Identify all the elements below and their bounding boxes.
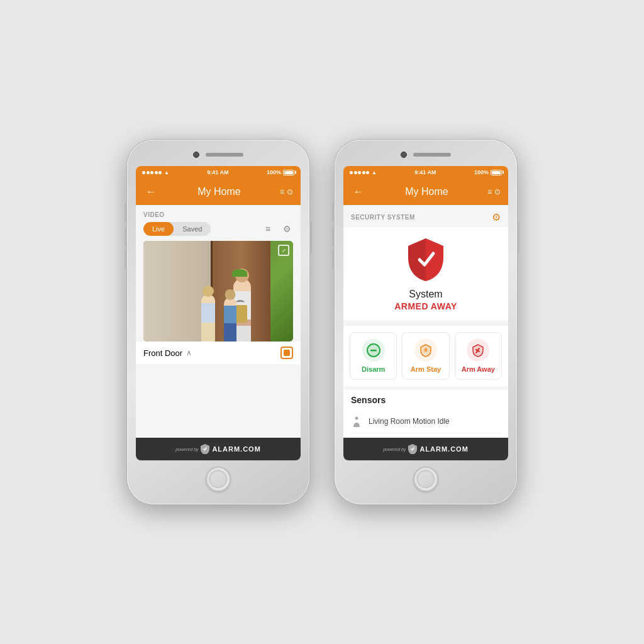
battery-pct-right: 100% bbox=[474, 169, 489, 175]
security-shield-icon bbox=[406, 237, 446, 282]
speaker-left bbox=[206, 153, 243, 157]
camera-lens-right bbox=[401, 152, 407, 158]
settings-gear-icon[interactable]: ⚙ bbox=[492, 211, 501, 223]
dot3 bbox=[150, 171, 153, 174]
menu-button-right[interactable]: ≡ ⊙ bbox=[487, 187, 501, 196]
powered-by-right: powered by bbox=[383, 447, 406, 452]
menu-icon-left: ≡ bbox=[280, 187, 284, 196]
camera-bar: Front Door ∧ bbox=[136, 341, 301, 364]
app-header-right: ← My Home ≡ ⊙ bbox=[343, 179, 508, 205]
battery-icon-left bbox=[283, 170, 294, 175]
security-header-row: SECURITY SYSTEM ⚙ bbox=[343, 205, 508, 227]
arm-stay-label: Arm Stay bbox=[411, 365, 441, 373]
phone-left: ▲ 9:41 AM 100% ← My Home ≡ ⊙ bbox=[127, 140, 309, 504]
header-title-left: My Home bbox=[158, 186, 280, 197]
settings-icon-video[interactable]: ⚙ bbox=[280, 223, 293, 235]
motion-icon-1 bbox=[351, 415, 362, 428]
rdot1 bbox=[350, 171, 353, 174]
dot5 bbox=[158, 171, 162, 174]
system-name: System bbox=[409, 289, 442, 300]
status-left-left: ▲ bbox=[142, 170, 169, 175]
battery-fill-right bbox=[492, 171, 501, 174]
menu-button-left[interactable]: ≡ ⊙ bbox=[280, 187, 293, 196]
video-section-label: VIDEO bbox=[136, 205, 301, 222]
tab-saved[interactable]: Saved bbox=[174, 222, 211, 236]
rdot4 bbox=[362, 171, 365, 174]
camera-name-text: Front Door bbox=[143, 348, 182, 358]
back-button-right[interactable]: ← bbox=[351, 186, 366, 197]
svg-rect-2 bbox=[370, 350, 377, 352]
alarm-logo-left: powered by ALARM.COM bbox=[175, 444, 261, 454]
app-header-left: ← My Home ≡ ⊙ bbox=[136, 179, 301, 205]
record-dot bbox=[284, 350, 290, 356]
camera-name: Front Door ∧ bbox=[143, 348, 192, 358]
profile-icon-left: ⊙ bbox=[287, 187, 293, 196]
svg-point-5 bbox=[425, 349, 426, 350]
video-controls: Live Saved ≡ ⚙ bbox=[136, 222, 301, 241]
home-button-left[interactable] bbox=[206, 467, 231, 492]
filter-icon[interactable]: ≡ bbox=[262, 223, 274, 235]
sensor-row-2: Upstairs Motion Idle bbox=[351, 433, 501, 438]
disarm-button[interactable]: Disarm bbox=[350, 332, 397, 380]
screen-left: ▲ 9:41 AM 100% ← My Home ≡ ⊙ bbox=[136, 166, 301, 460]
battery-fill-left bbox=[284, 171, 293, 174]
back-button-left[interactable]: ← bbox=[143, 186, 158, 197]
time-left: 9:41 AM bbox=[207, 169, 228, 175]
arm-away-label: Arm Away bbox=[462, 365, 495, 373]
expand-icon[interactable]: ⤢ bbox=[278, 245, 289, 256]
record-button[interactable] bbox=[280, 347, 293, 359]
sensors-section: Sensors Living Room Motion Idle bbox=[343, 390, 508, 438]
disarm-icon bbox=[362, 339, 385, 362]
home-button-right[interactable] bbox=[413, 467, 438, 492]
sensor-label-1: Living Room Motion Idle bbox=[369, 417, 450, 426]
video-icons: ≡ ⚙ bbox=[262, 223, 293, 235]
status-bar-left: ▲ 9:41 AM 100% bbox=[136, 166, 301, 179]
rdot2 bbox=[354, 171, 357, 174]
alarm-shield-icon-left bbox=[201, 444, 209, 454]
grocery-bag bbox=[235, 305, 247, 323]
status-bar-right: ▲ 9:41 AM 100% bbox=[343, 166, 508, 179]
chevron-up-icon[interactable]: ∧ bbox=[186, 348, 192, 357]
status-right-left: 100% bbox=[267, 169, 294, 175]
arm-away-button[interactable]: Arm Away bbox=[455, 332, 502, 380]
battery-pct-left: 100% bbox=[267, 169, 281, 175]
arm-buttons-row: Disarm Arm Sta bbox=[343, 325, 508, 386]
status-right-right: 100% bbox=[474, 169, 502, 175]
home-btn-inner-right bbox=[417, 470, 435, 488]
bag-handle bbox=[236, 300, 245, 305]
rdot3 bbox=[358, 171, 361, 174]
tab-live[interactable]: Live bbox=[143, 222, 174, 236]
arm-away-icon bbox=[467, 339, 489, 362]
figure-child1 bbox=[201, 294, 215, 341]
dot1 bbox=[142, 171, 145, 174]
home-btn-inner-left bbox=[209, 470, 227, 488]
bottom-bar-left: powered by ALARM.COM bbox=[136, 438, 301, 460]
grocery-greens bbox=[232, 269, 247, 277]
speaker-right bbox=[413, 153, 451, 157]
arm-stay-button[interactable]: Arm Stay bbox=[402, 332, 449, 380]
dot2 bbox=[147, 171, 150, 174]
alarm-logo-right: powered by ALARM.COM bbox=[383, 444, 469, 454]
screen-right: ▲ 9:41 AM 100% ← My Home ≡ ⊙ bbox=[343, 166, 508, 460]
phone-top-left bbox=[136, 148, 301, 161]
toggle-group: Live Saved bbox=[143, 222, 211, 236]
profile-icon-right: ⊙ bbox=[494, 187, 501, 196]
sensor-row-1: Living Room Motion Idle bbox=[351, 410, 501, 433]
svg-point-6 bbox=[355, 417, 358, 420]
signal-dots-right bbox=[350, 171, 369, 174]
alarm-brand-right: ALARM.COM bbox=[419, 445, 468, 453]
header-title-right: My Home bbox=[366, 186, 487, 197]
phone-top-right bbox=[343, 148, 508, 161]
status-left-right: ▲ bbox=[350, 170, 377, 175]
camera-lens-left bbox=[193, 152, 199, 158]
video-feed: ⤢ bbox=[143, 241, 293, 341]
phone-right: ▲ 9:41 AM 100% ← My Home ≡ ⊙ bbox=[335, 140, 517, 504]
sensors-title: Sensors bbox=[351, 395, 501, 405]
signal-dots-left bbox=[142, 171, 162, 174]
rdot5 bbox=[366, 171, 369, 174]
figure-child2 bbox=[224, 297, 236, 341]
time-right: 9:41 AM bbox=[414, 169, 436, 175]
powered-by-left: powered by bbox=[175, 447, 198, 452]
disarm-label: Disarm bbox=[362, 365, 385, 373]
alarm-brand-left: ALARM.COM bbox=[212, 445, 260, 453]
